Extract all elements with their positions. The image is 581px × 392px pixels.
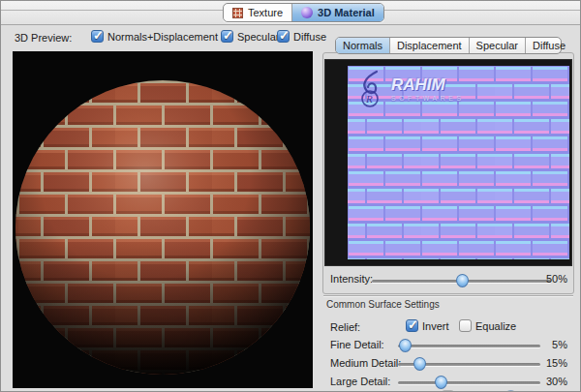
map-group-box: R RAHIM SOFTWARES Intensity: 50% (322, 52, 574, 294)
app-window: Texture 3D Material 3D Preview: Normals+… (0, 0, 581, 392)
checkbox-box[interactable] (91, 30, 104, 43)
preview-viewport[interactable] (13, 51, 313, 388)
checkbox-label: Invert (422, 320, 449, 332)
sphere-icon (301, 7, 313, 18)
view-switcher: Texture 3D Material (223, 3, 384, 22)
normal-map-preview[interactable]: R RAHIM SOFTWARES (348, 66, 569, 259)
checkbox-label: Equalize (475, 320, 516, 332)
medium-detail-label: Medium Detail: (330, 357, 401, 369)
material-panel: Normals Displacement Specular Diffuse (322, 1, 581, 392)
intensity-value: 50% (535, 273, 567, 285)
large-detail-slider-handle[interactable] (435, 376, 447, 389)
medium-detail-value: 15% (535, 357, 567, 369)
large-detail-label: Large Detail: (330, 376, 390, 387)
watermark: R RAHIM SOFTWARES (357, 70, 465, 108)
fine-detail-slider[interactable] (398, 345, 540, 347)
watermark-subtitle: SOFTWARES (391, 95, 465, 102)
tab-displacement-label: Displacement (397, 40, 462, 51)
tab-displacement[interactable]: Displacement (389, 38, 469, 53)
tab-diffuse-label: Diffuse (533, 40, 566, 51)
fine-detail-value: 5% (535, 339, 567, 350)
checkbox-diffuse[interactable]: Diffuse (277, 30, 326, 43)
watermark-title: RAHIM (391, 76, 465, 94)
tab-texture[interactable]: Texture (224, 4, 291, 21)
intensity-label: Intensity: (330, 273, 373, 285)
tab-3d-material-label: 3D Material (318, 7, 375, 18)
checkbox-box[interactable] (406, 319, 418, 332)
medium-detail-slider[interactable] (398, 363, 540, 366)
tab-specular[interactable]: Specular (469, 38, 525, 53)
svg-text:R: R (365, 93, 373, 105)
preview-title: 3D Preview: (15, 32, 72, 44)
tab-normals[interactable]: Normals (336, 38, 389, 53)
fine-detail-label: Fine Detail: (330, 339, 384, 350)
medium-detail-slider-handle[interactable] (413, 357, 426, 371)
medium-detail-row: Medium Detail: 15% (322, 356, 574, 372)
tab-specular-label: Specular (476, 40, 518, 51)
map-frame: R RAHIM SOFTWARES (324, 59, 572, 266)
checkbox-label: Normals+Displacement (107, 31, 218, 43)
large-detail-slider[interactable] (398, 381, 540, 384)
checkbox-specular[interactable]: Specular (221, 30, 279, 43)
map-tabs: Normals Displacement Specular Diffuse (335, 37, 562, 54)
checkbox-box[interactable] (459, 319, 472, 332)
surface-settings-title: Common Surface Settings (326, 299, 440, 310)
checkbox-box[interactable] (277, 30, 290, 43)
watermark-logo-icon: R (357, 70, 386, 108)
tab-3d-material[interactable]: 3D Material (291, 4, 383, 21)
tab-texture-label: Texture (248, 7, 283, 18)
large-detail-value: 30% (535, 376, 567, 387)
brick-sphere-render (13, 51, 313, 388)
checkbox-normals-displacement[interactable]: Normals+Displacement (91, 30, 218, 43)
checkbox-label: Diffuse (293, 31, 326, 43)
watermark-text: RAHIM SOFTWARES (391, 76, 465, 102)
relief-label: Relief: (330, 321, 360, 333)
checkbox-label: Specular (237, 31, 279, 43)
texture-grid-icon (232, 8, 243, 18)
checkbox-invert[interactable]: Invert (406, 319, 449, 332)
section-divider (323, 295, 573, 296)
fine-detail-slider-handle[interactable] (399, 339, 412, 352)
checkbox-box[interactable] (221, 30, 233, 43)
intensity-slider-handle[interactable] (456, 274, 469, 287)
tab-normals-label: Normals (343, 40, 382, 51)
intensity-slider[interactable] (372, 280, 551, 283)
fine-detail-row: Fine Detail: 5% (322, 338, 574, 353)
tab-diffuse[interactable]: Diffuse (525, 38, 572, 53)
large-detail-row: Large Detail: 30% (322, 375, 574, 390)
checkbox-equalize[interactable]: Equalize (459, 319, 516, 332)
